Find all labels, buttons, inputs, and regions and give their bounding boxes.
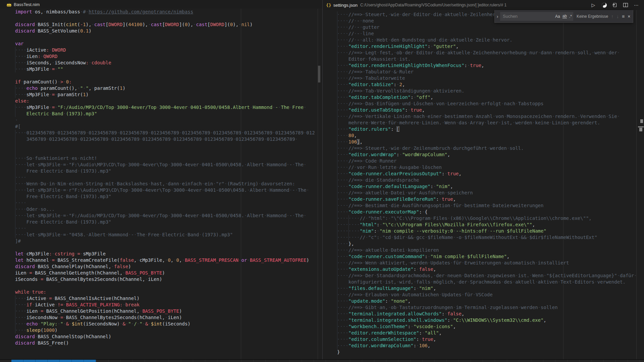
code-line[interactable]: [15, 34, 315, 41]
code-line[interactable]: ····iActive:·DWORD: [15, 47, 315, 53]
code-line[interactable]: iLen·=·BASS_ChannelGetLength(hChannel,·B…: [15, 270, 315, 276]
code-line[interactable]: if·paramCount()·>·0:: [15, 79, 315, 85]
code-line[interactable]: ····"editor.renderLineHighlight":·"gutte…: [337, 43, 637, 50]
code-line[interactable]: ····"code-runner.defaultLanguage":·"nim"…: [337, 183, 637, 190]
code-line[interactable]: let·cMp3File:·cstring·=·sMp3File: [15, 251, 315, 257]
code-line[interactable]: ····//==>·Legt·fest,·ob·der·Editor·die·a…: [337, 50, 637, 56]
code-line[interactable]: ····},: [337, 241, 637, 247]
tab-settings-json[interactable]: settings.json: [333, 3, 358, 8]
code-line[interactable]: ····//==>·Tabulatorweite: [337, 75, 637, 81]
code-line[interactable]: ········"html":·"\"c:\\Program·Files\\Mo…: [337, 222, 637, 228]
code-line[interactable]: ····"editor.wordWrapColumn":·106,: [337, 343, 637, 349]
code-line[interactable]: iSeconds·=·BASS_ChannelBytes2Seconds(hCh…: [15, 276, 315, 283]
code-line[interactable]: ········"nim":·"nim·compile·--verbosity:…: [337, 228, 637, 234]
code-line[interactable]: ····"editor.tabCompletion":·"off",: [337, 94, 637, 101]
code-line[interactable]: ····iLen:·QWORD: [15, 53, 315, 60]
code-line[interactable]: ····if·iActive·!=·BASS_ACTIVE_PLAYING:·b…: [15, 302, 315, 308]
breadcrumb[interactable]: C:/Users/ghost/AppData/Roaming/VSCodium/…: [360, 3, 506, 7]
code-line[interactable]: ····//==>·aktuelle·Datei·vor·Ausführen·s…: [337, 190, 637, 196]
code-line[interactable]: ····//==>·die·Standardsprache: [337, 177, 637, 183]
left-scrollbar-slider[interactable]: [318, 66, 320, 82]
code-line[interactable]: ····//==>·Steuert,·wie·der·Zeilenumbruch…: [337, 145, 637, 152]
code-line[interactable]: let·hChannel·=·BASS_StreamCreateFile(fal…: [15, 257, 315, 263]
code-line[interactable]: import·os,·nimbass/bass·#·https://github…: [15, 9, 315, 15]
code-line[interactable]: ····80,: [337, 132, 637, 139]
windows-taskbar-sliver[interactable]: [0, 359, 644, 362]
code-line[interactable]: ····"code-runner.executorMap":·{: [337, 209, 637, 215]
code-line[interactable]: discard·BASS_SetVolume(0.1): [15, 28, 315, 34]
match-case-icon[interactable]: Aa: [555, 14, 560, 19]
code-line[interactable]: ····//==>·Vertikale·Linien·nach·einer·be…: [337, 113, 637, 120]
open-preview-icon[interactable]: [612, 2, 618, 8]
code-line[interactable]: konfiguriert·ist,·wird,·falls·möglich,·d…: [337, 279, 637, 285]
code-line[interactable]: ····iSeconds,·iSecondsNow:·cdouble: [15, 60, 315, 66]
code-line[interactable]: Free·Electric·Band·(1973).mp3": [15, 219, 315, 225]
code-line[interactable]: ····//==>·aktuelle·Datei·kompilieren: [337, 247, 637, 253]
code-line[interactable]: ····"editor.wordWrap":·"wordWrapColumn",: [337, 152, 637, 158]
code-line[interactable]: ····0123456789·0123456789·0123456789·012…: [15, 130, 315, 136]
nim-code-editor[interactable]: import·os,·nimbass/bass·#·https://github…: [0, 9, 315, 346]
code-line[interactable]: ····//==>·Wenn·aktiviert,·werden·Updates…: [337, 260, 637, 266]
code-line[interactable]: ····sMp3File·=·"": [15, 66, 315, 72]
code-line[interactable]: discard·BASS_Free(): [15, 340, 315, 346]
code-line[interactable]: ····echo·"Play:·"·&·$int(iSecondsNow)·&·…: [15, 321, 315, 327]
code-line[interactable]: ····: [15, 225, 315, 232]
code-line[interactable]: mehrere·Werte·für·mehrere·Linien.·Wenn·d…: [337, 120, 637, 126]
code-line[interactable]: 3456789·0123456789·0123456789·0123456789…: [15, 136, 315, 142]
code-line[interactable]: ····//==>·Das·Einfügen·und·Löschen·von·L…: [337, 101, 637, 107]
code-line[interactable]: ····let·sMp3File·=·"F:/Audio/MP3/CD/Top·…: [15, 213, 315, 219]
code-line[interactable]: ····iLen·=·BASS_ChannelGetPosition(hChan…: [15, 308, 315, 314]
tab-basstest-nim[interactable]: BassTest.nim: [14, 2, 40, 7]
code-line[interactable]: ····sMp3File·=·paramStr(1): [15, 92, 315, 98]
code-line[interactable]: ····let·sMp3File·=·"F:\Audio\MP3\CD\Top·…: [15, 162, 315, 168]
code-line[interactable]: ····let·sMp3File·=·r"F:\Audio\MP3\CD\Top…: [15, 187, 315, 193]
close-icon[interactable]: ×: [628, 14, 630, 19]
code-line[interactable]: ····//==>·Der·Standardsprachmodus,·der·n…: [337, 273, 637, 279]
code-line[interactable]: [15, 283, 315, 289]
code-line[interactable]: ········//·"html":·"\"C:\\Program·Files·…: [337, 215, 637, 222]
regex-icon[interactable]: .*: [569, 14, 572, 19]
code-line[interactable]: discard·BASS_ChannelPlay(hChannel,·false…: [15, 263, 315, 270]
code-line[interactable]: ····Oder·so...: [15, 206, 315, 213]
toggle-replace-chevron[interactable]: ›: [495, 14, 500, 19]
code-line[interactable]: }: [337, 349, 637, 355]
code-line[interactable]: ····"terminal.integrated.allowChords":·f…: [337, 311, 637, 317]
code-line[interactable]: ····"code-runner.clearPreviousOutput":·t…: [337, 171, 637, 177]
code-line[interactable]: ····: [15, 200, 315, 206]
code-line[interactable]: ········//·"c":·"cd·$dir·&&·gcc·$fileNam…: [337, 234, 637, 241]
code-line[interactable]: ····//==>·Tabulator·&·Ruler: [337, 69, 637, 75]
code-line[interactable]: ····echo·paramCount(),·"·",·paramStr(1): [15, 85, 315, 92]
code-line[interactable]: ····"editor.columnSelection":·true,: [337, 336, 637, 343]
code-line[interactable]: ····//·-·all:·Hebt·den·Bundsteg·und·die·…: [337, 37, 637, 43]
code-line[interactable]: ····//==>·Bestimmt·die·Ausführungsoption…: [337, 202, 637, 209]
code-line[interactable]: Free·Electric·Band·(1973).mp3": [15, 193, 315, 200]
run-code-icon[interactable]: ▷: [590, 2, 596, 8]
find-in-selection-icon[interactable]: ≡: [622, 14, 625, 19]
find-next-icon[interactable]: ↓: [616, 14, 619, 19]
code-line[interactable]: ····iSecondsNow·=·BASS_ChannelBytes2Seco…: [15, 314, 315, 321]
code-line[interactable]: ····"workbench.iconTheme":·"vscode-icons…: [337, 323, 637, 330]
code-line[interactable]: ····"editor.rulers":·[: [337, 126, 637, 132]
code-line[interactable]: ····sMp3File·=·"F:/Audio/MP3/CD/Top·3000…: [15, 104, 315, 111]
code-line[interactable]: ····"code-runner.saveFileBeforeRun":·tru…: [337, 196, 637, 202]
code-line[interactable]: discard·BASS_ChannelStop(hChannel): [15, 334, 315, 340]
code-line[interactable]: Editor·fokussiert·ist.: [337, 56, 637, 62]
taskbar-active-apps[interactable]: [11, 360, 96, 362]
code-line[interactable]: ]#: [15, 238, 315, 244]
code-line[interactable]: ····sleep(1000): [15, 327, 315, 334]
code-line[interactable]: [15, 149, 315, 155]
code-line[interactable]: ····"files.defaultLanguage":·"nim",: [337, 285, 637, 292]
code-line[interactable]: ····iActive·=·BASS_ChannelIsActive(hChan…: [15, 295, 315, 302]
code-line[interactable]: ····"editor.useTabStops":·true,: [337, 107, 637, 113]
code-line[interactable]: discard·BASS_Init(cint(-1),·cast[DWORD](…: [15, 21, 315, 28]
code-line[interactable]: [15, 142, 315, 149]
whole-word-icon[interactable]: ab: [562, 14, 567, 18]
code-line[interactable]: ····"update.mode":·"none",: [337, 298, 637, 304]
code-line[interactable]: ····//·vor·Run·letzte·Ausgabe·löschen: [337, 164, 637, 171]
code-line[interactable]: [15, 244, 315, 251]
code-line[interactable]: ····//·-·line: [337, 31, 637, 37]
json-code-editor[interactable]: ····//==>·Steuert,·wie·der·Editor·die·ak…: [323, 11, 637, 355]
code-line[interactable]: ····Wenn·Du·in·Nim·einen·String·mit·Back…: [15, 181, 315, 187]
code-line[interactable]: ····//==>·Gibt·an,·ob·Tastaturzuordnunge…: [337, 304, 637, 311]
split-editor-icon[interactable]: [623, 2, 629, 8]
